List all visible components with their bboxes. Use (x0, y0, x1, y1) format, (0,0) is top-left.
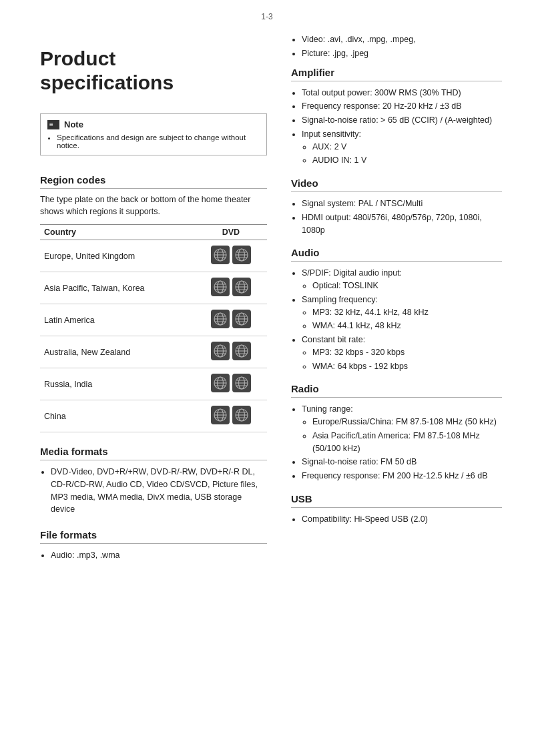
region-dvd-icons (195, 400, 267, 432)
region-country: Asia Pacific, Taiwan, Korea (40, 272, 195, 304)
file-formats-audio: Audio: .mp3, .wma (51, 549, 267, 562)
radio-europe: Europe/Russia/China: FM 87.5-108 MHz (50… (312, 416, 502, 428)
country-header: Country (40, 225, 195, 240)
media-formats-heading: Media formats (40, 446, 267, 460)
radio-freq-response: Frequency response: FM 200 Hz-12.5 kHz /… (302, 470, 502, 482)
right-column: Video: .avi, .divx, .mpg, .mpeg, Picture… (291, 27, 502, 575)
region-codes-desc: The type plate on the back or bottom of … (40, 194, 267, 218)
region-country: China (40, 400, 195, 432)
globe-icon (232, 246, 251, 266)
file-formats-list: Audio: .mp3, .wma (40, 549, 267, 562)
file-formats-picture: Picture: .jpg, .jpeg (302, 47, 502, 60)
note-item: Specifications and design are subject to… (57, 133, 260, 149)
region-dvd-icons (195, 336, 267, 368)
radio-list: Tuning range: Europe/Russia/China: FM 87… (291, 403, 502, 482)
radio-heading: Radio (291, 383, 502, 398)
page-title: Productspecifications (40, 47, 267, 95)
video-item-1: HDMI output: 480i/576i, 480p/576p, 720p,… (302, 212, 502, 237)
globe-icon (211, 278, 230, 298)
audio-wma-bitrate: WMA: 64 kbps - 192 kbps (312, 360, 502, 373)
table-row: Australia, New Zealand (40, 336, 267, 368)
globe-icon (232, 278, 251, 298)
radio-section: Radio Tuning range: Europe/Russia/China:… (291, 383, 502, 482)
amplifier-item-3: Input sensitivity: AUX: 2 V AUDIO IN: 1 … (302, 128, 502, 167)
file-formats-heading: File formats (40, 529, 267, 544)
note-box: Note Specifications and design are subje… (40, 113, 267, 155)
region-country: Australia, New Zealand (40, 336, 195, 368)
dvd-header: DVD (195, 225, 267, 240)
media-formats-item: DVD-Video, DVD+R/+RW, DVD-R/-RW, DVD+R/-… (51, 466, 267, 516)
table-row: Latin America (40, 304, 267, 336)
audio-section: Audio S/PDIF: Digital audio input: Optic… (291, 247, 502, 372)
note-icon (47, 120, 59, 129)
video-list: Signal system: PAL / NTSC/Multi HDMI out… (291, 198, 502, 236)
region-codes-table: Country DVD Europe, United Kingdom (40, 224, 267, 432)
table-row: Asia Pacific, Taiwan, Korea (40, 272, 267, 304)
note-list: Specifications and design are subject to… (47, 133, 260, 149)
region-country: Russia, India (40, 368, 195, 400)
region-dvd-icons (195, 240, 267, 272)
page-number: 1-3 (0, 0, 534, 27)
region-dvd-icons (195, 304, 267, 336)
amplifier-item-2: Signal-to-noise ratio: > 65 dB (CCIR) / … (302, 114, 502, 127)
audio-mp3-bitrate: MP3: 32 kbps - 320 kbps (312, 346, 502, 359)
amplifier-list: Total output power: 300W RMS (30% THD) F… (291, 87, 502, 167)
globe-icon (211, 310, 230, 330)
table-row: Europe, United Kingdom (40, 240, 267, 272)
region-codes-heading: Region codes (40, 174, 267, 189)
radio-item-0: Tuning range: Europe/Russia/China: FM 87… (302, 403, 502, 454)
audio-item-2: Sampling frequency: MP3: 32 kHz, 44.1 kH… (302, 294, 502, 332)
file-formats-section: File formats Audio: .mp3, .wma (40, 529, 267, 562)
globe-icon (211, 406, 230, 426)
usb-section: USB Compatibility: Hi-Speed USB (2.0) (291, 493, 502, 526)
audio-item-5: Constant bit rate: MP3: 32 kbps - 320 kb… (302, 334, 502, 372)
usb-item-0: Compatibility: Hi-Speed USB (2.0) (302, 513, 502, 526)
radio-snr: Signal-to-noise ratio: FM 50 dB (302, 456, 502, 468)
region-country: Europe, United Kingdom (40, 240, 195, 272)
globe-icon (232, 406, 251, 426)
file-formats-video: Video: .avi, .divx, .mpg, .mpeg, (302, 33, 502, 46)
globe-icon (211, 246, 230, 266)
usb-heading: USB (291, 493, 502, 508)
amplifier-aux: AUX: 2 V (312, 141, 502, 153)
amplifier-heading: Amplifier (291, 67, 502, 81)
audio-item-0: S/PDIF: Digital audio input: Optical: TO… (302, 267, 502, 292)
region-country: Latin America (40, 304, 195, 336)
file-formats-right: Video: .avi, .divx, .mpg, .mpeg, Picture… (291, 33, 502, 60)
audio-list: S/PDIF: Digital audio input: Optical: TO… (291, 267, 502, 372)
video-heading: Video (291, 177, 502, 192)
radio-asia: Asia Pacific/Latin America: FM 87.5-108 … (312, 430, 502, 455)
table-row: China (40, 400, 267, 432)
amplifier-audio-in: AUDIO IN: 1 V (312, 154, 502, 167)
amplifier-item-1: Frequency response: 20 Hz-20 kHz / ±3 dB (302, 100, 502, 113)
region-dvd-icons (195, 272, 267, 304)
amplifier-item-0: Total output power: 300W RMS (30% THD) (302, 87, 502, 99)
table-row: Russia, India (40, 368, 267, 400)
video-section: Video Signal system: PAL / NTSC/Multi HD… (291, 177, 502, 236)
audio-heading: Audio (291, 247, 502, 262)
note-label: Note (64, 119, 83, 129)
globe-icon (232, 342, 251, 362)
region-codes-section: Region codes The type plate on the back … (40, 174, 267, 432)
audio-wma-freq: WMA: 44.1 kHz, 48 kHz (312, 320, 502, 332)
amplifier-section: Amplifier Total output power: 300W RMS (… (291, 67, 502, 167)
globe-icon (211, 342, 230, 362)
globe-icon (211, 374, 230, 394)
globe-icon (232, 374, 251, 394)
media-formats-section: Media formats DVD-Video, DVD+R/+RW, DVD-… (40, 446, 267, 516)
media-formats-list: DVD-Video, DVD+R/+RW, DVD-R/-RW, DVD+R/-… (40, 466, 267, 516)
video-item-0: Signal system: PAL / NTSC/Multi (302, 198, 502, 210)
usb-list: Compatibility: Hi-Speed USB (2.0) (291, 513, 502, 526)
audio-optical: Optical: TOSLINK (312, 280, 502, 292)
globe-icon (232, 310, 251, 330)
audio-mp3-freq: MP3: 32 kHz, 44.1 kHz, 48 kHz (312, 306, 502, 319)
region-dvd-icons (195, 368, 267, 400)
